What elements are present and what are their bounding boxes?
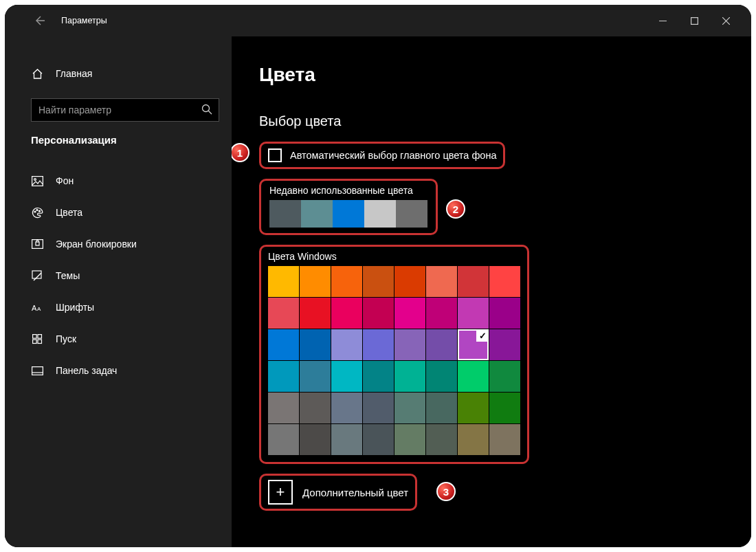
sidebar-home-label: Главная [56,68,92,79]
recent-colors-frame: Недавно использованные цвета [259,179,438,235]
color-swatch[interactable] [300,298,331,329]
taskbar-icon [31,366,43,375]
color-swatch[interactable] [268,266,299,297]
annotation-badge-1: 1 [232,143,249,162]
color-swatch[interactable] [394,329,425,360]
lock-icon [31,239,43,249]
color-swatch[interactable] [300,361,331,392]
sidebar-item-brush[interactable]: Темы [5,260,232,291]
sidebar-item-font[interactable]: AAШрифты [5,291,232,323]
recent-color-swatch[interactable] [364,200,396,228]
start-icon [31,334,43,344]
sidebar-item-picture[interactable]: Фон [5,165,232,197]
sidebar-item-lock[interactable]: Экран блокировки [5,228,232,260]
auto-color-label: Автоматический выбор главного цвета фона [290,150,496,161]
svg-point-5 [203,105,210,112]
color-swatch[interactable] [458,266,489,297]
color-swatch[interactable] [268,424,299,455]
sidebar-home[interactable]: Главная [31,60,219,87]
annotation-badge-2: 2 [446,199,465,219]
recent-color-swatch[interactable] [301,200,333,228]
svg-rect-7 [32,176,43,186]
color-swatch[interactable] [363,424,394,455]
color-swatch[interactable] [363,266,394,297]
color-swatch[interactable] [489,424,520,455]
windows-colors-title: Цвета Windows [268,251,520,262]
main-content: Цвета Выбор цвета 1 Автоматический выбор… [232,36,751,547]
sidebar-item-taskbar[interactable]: Панель задач [5,355,232,386]
svg-point-8 [34,178,36,180]
color-swatch[interactable] [394,266,425,297]
color-swatch[interactable] [489,266,520,297]
svg-point-10 [36,209,38,210]
svg-text:A: A [32,304,37,312]
recent-color-swatch[interactable] [396,200,427,228]
color-swatch[interactable] [268,329,299,360]
color-swatch[interactable] [363,298,394,329]
svg-rect-21 [32,366,43,375]
auto-color-frame: Автоматический выбор главного цвета фона [259,142,505,169]
color-swatch[interactable] [394,361,425,392]
color-swatch[interactable] [458,361,489,392]
color-swatch[interactable] [426,298,457,329]
svg-rect-12 [32,240,43,249]
color-swatch[interactable] [489,298,520,329]
color-swatch[interactable] [426,393,457,423]
svg-rect-19 [32,340,36,344]
color-swatch[interactable] [489,393,520,423]
color-swatch[interactable] [394,298,425,329]
color-swatch[interactable] [331,393,362,423]
color-swatch[interactable] [458,298,489,329]
search-input[interactable] [31,98,219,122]
color-swatch[interactable] [394,393,425,423]
color-swatch[interactable] [268,361,299,392]
color-swatch[interactable]: ✓ [458,329,489,360]
sidebar-item-palette[interactable]: Цвета [5,197,232,228]
color-swatch[interactable] [300,393,331,423]
sidebar-item-start[interactable]: Пуск [5,323,232,355]
recent-color-swatch[interactable] [269,200,301,228]
custom-color-button[interactable]: + Дополнительный цвет [268,480,408,505]
sidebar-item-label: Шрифты [56,302,94,313]
back-button[interactable] [31,12,47,29]
svg-point-9 [34,211,36,212]
color-swatch[interactable] [426,424,457,455]
color-swatch[interactable] [363,329,394,360]
color-swatch[interactable] [331,424,362,455]
sidebar-item-label: Экран блокировки [56,239,137,250]
auto-color-checkbox[interactable]: Автоматический выбор главного цвета фона [268,148,496,162]
plus-icon: + [268,480,293,505]
color-swatch[interactable] [489,329,520,360]
color-swatch[interactable] [426,266,457,297]
color-swatch[interactable] [394,424,425,455]
color-swatch[interactable] [268,298,299,329]
color-swatch[interactable] [300,266,331,297]
color-swatch[interactable] [489,361,520,392]
color-swatch[interactable] [458,393,489,423]
color-swatch[interactable] [363,393,394,423]
sidebar-item-label: Темы [56,270,80,281]
color-swatch[interactable] [331,329,362,360]
color-swatch[interactable] [300,424,331,455]
color-swatch[interactable] [363,361,394,392]
sidebar-item-label: Пуск [56,333,76,344]
checkbox-icon [268,148,282,162]
color-swatch[interactable] [331,298,362,329]
section-title: Выбор цвета [259,113,724,129]
color-swatch[interactable] [426,361,457,392]
color-swatch[interactable] [426,329,457,360]
page-title: Цвета [259,64,724,86]
recent-color-swatch[interactable] [333,200,364,228]
svg-rect-18 [38,334,42,338]
color-swatch[interactable] [331,361,362,392]
home-icon [31,68,43,80]
color-swatch[interactable] [458,424,489,455]
color-swatch[interactable] [300,329,331,360]
svg-rect-17 [32,334,36,338]
annotation-badge-3: 3 [436,482,456,501]
svg-point-11 [38,210,40,212]
color-swatch[interactable] [331,266,362,297]
color-swatch[interactable] [268,393,299,423]
recent-colors-row [269,200,427,228]
custom-color-frame: + Дополнительный цвет [259,474,417,511]
